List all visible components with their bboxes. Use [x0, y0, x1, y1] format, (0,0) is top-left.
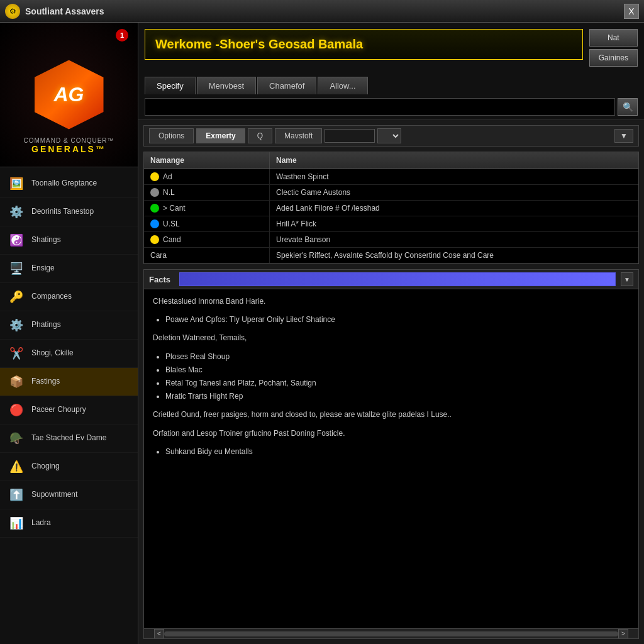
facts-bullet-0-0: Poawe And Cpfos: Tly Uperar Onily Lilecf… [165, 314, 630, 326]
facts-bullet-3-0: Suhkand Bidy eu Mentalls [165, 446, 630, 458]
content-header: Werkome -Shoer's Geosad Bamala Nat Gaini… [138, 23, 644, 73]
sidebar-item-label-0: Toonallo Greptance [31, 179, 97, 189]
facts-bullet-1-0: Ploses Real Shoup [165, 351, 630, 363]
facts-content: CHestaslued Innorna Band Harie.Poawe And… [144, 289, 638, 628]
options-tab-1[interactable]: Exmerty [196, 128, 245, 143]
facts-para-2: Crietled Ound, freer pasiges, horm and c… [153, 409, 630, 421]
options-select[interactable] [377, 128, 401, 143]
sidebar-item-4[interactable]: 🔑 Compances [0, 283, 138, 311]
sidebar-item-6[interactable]: ✂️ Shogi, Ckille [0, 340, 138, 368]
welcome-title: Werkome -Shoer's Geosad Bamala [145, 29, 583, 60]
table-row[interactable]: Ad Wasthen Spinct [144, 169, 638, 185]
facts-para-1: Deletion Watnered, Temails, [153, 332, 630, 344]
search-button[interactable]: 🔍 [618, 98, 638, 116]
logo-text: AG [54, 83, 84, 106]
sidebar-item-8[interactable]: 🔴 Paceer Choupry [0, 396, 138, 425]
close-button[interactable]: X [624, 4, 639, 19]
sidebar-item-7[interactable]: 📦 Fastings [0, 368, 138, 396]
sidebar-item-2[interactable]: ☯️ Shatings [0, 226, 138, 255]
sidebar-item-icon-12: 📊 [8, 514, 25, 532]
sidebar-item-label-10: Choging [31, 462, 60, 472]
facts-bullet-1-3: Mratic Trarts Hight Rep [165, 391, 630, 402]
options-row: OptionsExmertyQMavstoft▼ [143, 125, 639, 147]
td-namange-4: Cand [144, 232, 270, 247]
table-row[interactable]: U.SL Hrill A* Flick [144, 216, 638, 232]
sidebar-item-icon-9: 🪖 [8, 430, 25, 447]
table-row[interactable]: Cand Urevate Banson [144, 232, 638, 248]
sidebar-logo: 1 AG COMMAND & CONQUER™ GENERALS™ [0, 23, 138, 167]
logo-subtitle: COMMAND & CONQUER™ GENERALS™ [23, 137, 114, 154]
sidebar-item-label-12: Ladra [31, 518, 51, 528]
gainings-button[interactable]: Gainines [589, 49, 638, 67]
facts-bullet-1-2: Retal Tog Tanesl and Platz, Pochant, Sau… [165, 377, 630, 389]
options-tab-0[interactable]: Options [149, 128, 194, 143]
nat-button[interactable]: Nat [589, 29, 638, 47]
hexagon-bg: AG [35, 60, 104, 130]
sidebar-item-icon-3: 🖥️ [8, 260, 25, 277]
facts-section: Facts ▼ CHestaslued Innorna Band Harie.P… [143, 269, 639, 639]
sidebar-item-5[interactable]: ⚙️ Phatings [0, 311, 138, 340]
sidebar-item-icon-7: 📦 [8, 373, 25, 391]
sidebar-item-3[interactable]: 🖥️ Ensige [0, 255, 138, 283]
title-bar-text: Soutliant Assavers [25, 6, 624, 16]
main-layout: 1 AG COMMAND & CONQUER™ GENERALS™ 🖼️ Too… [0, 23, 644, 644]
td-namange-2: > Cant [144, 201, 270, 216]
row-icon-2 [150, 204, 159, 213]
row-icon-3 [150, 219, 159, 228]
sidebar-item-label-9: Tae Stached Ev Dame [31, 433, 106, 443]
facts-label: Facts [149, 275, 174, 284]
tab-1[interactable]: Menvbest [197, 77, 256, 94]
sidebar-item-12[interactable]: 📊 Ladra [0, 509, 138, 538]
sidebar-item-9[interactable]: 🪖 Tae Stached Ev Dame [0, 425, 138, 453]
content-area: Werkome -Shoer's Geosad Bamala Nat Gaini… [138, 23, 644, 644]
sidebar-item-1[interactable]: ⚙️ Deorinits Tanestop [0, 198, 138, 226]
sidebar-item-icon-10: ⚠️ [8, 458, 25, 475]
facts-bullets-1: Ploses Real ShoupBlales MacRetal Tog Tan… [165, 351, 630, 403]
options-search-input[interactable] [325, 129, 375, 143]
title-bar-icon: ⚙ [5, 4, 20, 19]
data-table: Namange Name Ad Wasthen Spinct N.L Clect… [143, 152, 639, 264]
scroll-right[interactable]: > [618, 629, 628, 639]
table-header: Namange Name [144, 152, 638, 169]
table-row[interactable]: Cara Spekier's Riffect, Asvalnte Scaffol… [144, 248, 638, 264]
facts-bullet-1-1: Blales Mac [165, 364, 630, 376]
td-name-4: Urevate Banson [270, 232, 638, 247]
td-namange-3: U.SL [144, 216, 270, 231]
sidebar-item-label-5: Phatings [31, 320, 61, 330]
sidebar-item-10[interactable]: ⚠️ Choging [0, 453, 138, 481]
options-tab-3[interactable]: Mavstoft [275, 128, 322, 143]
tab-bar: SpecifyMenvbestChamefofAllow... [138, 73, 644, 94]
col-name: Name [270, 152, 638, 169]
search-input[interactable] [145, 98, 615, 116]
table-row[interactable]: > Cant Aded Lank Filore # Of /lesshad [144, 201, 638, 216]
tab-2[interactable]: Chamefof [257, 77, 316, 94]
title-bar: ⚙ Soutliant Assavers X [0, 0, 644, 23]
facts-bullets-3: Suhkand Bidy eu Mentalls [165, 446, 630, 458]
bottom-scroll: < > [144, 628, 638, 638]
sidebar-item-0[interactable]: 🖼️ Toonallo Greptance [0, 170, 138, 198]
game-title: GENERALS™ [23, 144, 114, 154]
options-tab-2[interactable]: Q [248, 128, 272, 143]
sidebar-item-11[interactable]: ⬆️ Supowntment [0, 481, 138, 509]
tab-3[interactable]: Allow... [318, 77, 367, 94]
sidebar-item-label-6: Shogi, Ckille [31, 348, 74, 358]
td-name-3: Hrill A* Flick [270, 216, 638, 231]
table-row[interactable]: N.L Clectic Game Austons [144, 185, 638, 201]
notification-badge: 1 [116, 29, 128, 42]
h-scrollbar[interactable] [164, 631, 618, 636]
td-name-2: Aded Lank Filore # Of /lesshad [270, 201, 638, 216]
td-namange-5: Cara [144, 248, 270, 263]
facts-bar [179, 272, 616, 286]
facts-header: Facts ▼ [144, 270, 638, 289]
sidebar-item-label-1: Deorinits Tanestop [31, 207, 94, 217]
facts-bullets-0: Poawe And Cpfos: Tly Uperar Onily Lilecf… [165, 314, 630, 326]
facts-dropdown-btn[interactable]: ▼ [621, 272, 633, 286]
main-content: OptionsExmertyQMavstoft▼ Namange Name Ad… [138, 120, 644, 644]
tab-0[interactable]: Specify [145, 77, 196, 94]
facts-para-3: Orfation and Lesop Troiner grfucino Past… [153, 428, 630, 440]
scroll-left[interactable]: < [154, 629, 164, 639]
options-dropdown[interactable]: ▼ [614, 129, 633, 143]
search-bar: 🔍 [138, 94, 644, 120]
sidebar-item-label-7: Fastings [31, 377, 60, 387]
sidebar-item-icon-11: ⬆️ [8, 486, 25, 504]
